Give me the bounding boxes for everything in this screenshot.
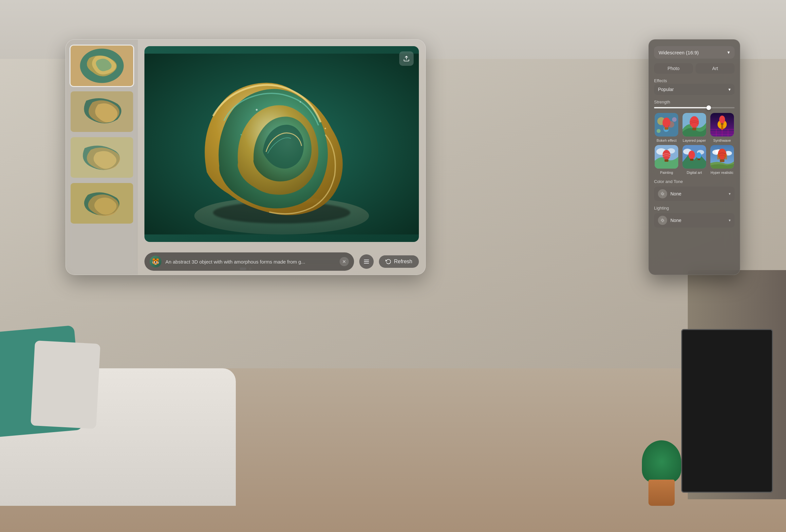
effects-dropdown[interactable]: Popular ▾ <box>654 84 735 95</box>
clear-prompt-button[interactable]: ✕ <box>340 257 349 266</box>
thumbnail-item-1[interactable] <box>70 45 134 87</box>
color-tone-label: Color and Tone <box>654 179 735 184</box>
effect-label-synthwave: Synthwave <box>713 139 731 142</box>
svg-point-11 <box>240 134 242 136</box>
effects-selected: Popular <box>658 87 674 92</box>
effect-label-digital-art: Digital art <box>687 171 702 174</box>
effect-hyper-realistic[interactable]: Hyper realistic <box>709 145 735 174</box>
thumbnail-sidebar <box>66 40 138 275</box>
svg-rect-61 <box>720 160 724 162</box>
svg-line-68 <box>664 195 664 195</box>
effect-label-layered-paper: Layered paper <box>683 139 706 142</box>
svg-rect-51 <box>690 159 693 161</box>
effect-bokeh[interactable]: Bokeh effect <box>654 113 679 142</box>
color-tone-value: None <box>670 191 725 196</box>
bottom-bar: 🐯 An abstract 3D object with with amorph… <box>138 248 425 275</box>
effect-label-bokeh: Bokeh effect <box>657 139 677 142</box>
svg-point-19 <box>672 117 677 122</box>
aspect-ratio-label: Widescreen (16:9) <box>658 50 699 55</box>
svg-point-20 <box>657 129 661 133</box>
refresh-button[interactable]: Refresh <box>379 256 419 268</box>
effect-painting[interactable]: Painting <box>654 145 679 174</box>
avatar-icon: 🐯 <box>150 256 161 267</box>
plant-pot <box>648 480 675 506</box>
svg-rect-44 <box>665 160 668 162</box>
svg-line-67 <box>661 192 661 193</box>
effect-synthwave[interactable]: Synthwave <box>709 113 735 142</box>
plant-leaves <box>642 440 681 483</box>
effects-label: Effects <box>654 78 735 83</box>
main-image <box>144 46 419 242</box>
svg-point-71 <box>662 219 664 221</box>
tab-art[interactable]: Art <box>696 63 735 74</box>
effect-label-painting: Painting <box>660 171 673 174</box>
svg-line-74 <box>661 219 661 219</box>
strength-thumb[interactable] <box>707 105 711 110</box>
svg-rect-39 <box>721 123 723 125</box>
main-panel: 🐯 An abstract 3D object with with amorph… <box>66 39 426 275</box>
tv-screen <box>681 329 773 493</box>
svg-point-52 <box>697 152 701 159</box>
type-tabs: Photo Art <box>654 63 735 74</box>
lighting-chevron: ▾ <box>729 218 731 223</box>
effects-grid: Bokeh effect Layered pape <box>654 113 735 174</box>
sofa <box>0 368 236 506</box>
plant <box>642 440 681 506</box>
effects-section: Effects Popular ▾ <box>654 78 735 95</box>
svg-point-26 <box>690 116 699 128</box>
aspect-ratio-chevron: ▾ <box>727 49 730 55</box>
main-image-area <box>138 40 425 248</box>
tv-stand <box>688 270 786 499</box>
strength-label: Strength <box>654 99 735 104</box>
tab-photo[interactable]: Photo <box>654 63 693 74</box>
prompt-text: An abstract 3D object with with amorphou… <box>165 259 336 265</box>
effect-thumb-hyper-realistic <box>710 145 734 169</box>
effect-digital-art[interactable]: Digital art <box>682 145 707 174</box>
svg-point-8 <box>256 109 258 111</box>
svg-point-21 <box>663 118 670 128</box>
svg-point-10 <box>325 128 326 129</box>
effect-thumb-layered-paper <box>683 113 706 137</box>
refresh-label: Refresh <box>394 259 412 265</box>
svg-rect-27 <box>692 128 696 130</box>
effect-thumb-bokeh <box>655 113 678 137</box>
lighting-dropdown[interactable]: None ▾ <box>654 213 735 227</box>
strength-section: Strength <box>654 99 735 108</box>
thumbnail-item-3[interactable] <box>70 137 134 178</box>
prompt-area: 🐯 An abstract 3D object with with amorph… <box>144 252 354 271</box>
lighting-icon <box>658 216 667 225</box>
aspect-ratio-dropdown[interactable]: Widescreen (16:9) ▾ <box>654 46 735 58</box>
upload-button[interactable] <box>399 51 414 66</box>
effects-chevron: ▾ <box>729 87 731 92</box>
strength-bar[interactable] <box>654 107 735 108</box>
lighting-label: Lighting <box>654 205 735 211</box>
svg-point-38 <box>719 116 725 123</box>
effect-thumb-painting <box>655 145 678 169</box>
effect-layered-paper[interactable]: Layered paper <box>682 113 707 142</box>
effect-thumb-digital-art <box>683 145 706 169</box>
svg-rect-22 <box>665 127 668 130</box>
svg-point-50 <box>688 151 695 159</box>
color-tone-dropdown[interactable]: None ▾ <box>654 187 735 201</box>
svg-rect-53 <box>698 159 700 160</box>
svg-point-9 <box>300 101 301 103</box>
strength-fill <box>654 107 709 108</box>
menu-button[interactable] <box>359 255 374 269</box>
color-tone-section: Color and Tone None ▾ <box>654 179 735 201</box>
thumbnail-item-2[interactable] <box>70 91 134 132</box>
svg-point-43 <box>663 150 670 160</box>
color-tone-icon <box>658 189 667 198</box>
effect-thumb-synthwave <box>710 113 734 137</box>
lighting-value: None <box>670 218 725 223</box>
refresh-icon <box>386 259 391 265</box>
svg-line-75 <box>664 222 664 222</box>
sofa-cushion-beige <box>30 340 100 429</box>
right-panel: Widescreen (16:9) ▾ Photo Art Effects Po… <box>648 39 740 275</box>
svg-point-64 <box>662 193 664 195</box>
lighting-section: Lighting None ▾ <box>654 205 735 227</box>
color-tone-chevron: ▾ <box>729 192 731 196</box>
thumbnail-item-4[interactable] <box>70 183 134 224</box>
effect-label-hyper-realistic: Hyper realistic <box>711 171 734 174</box>
